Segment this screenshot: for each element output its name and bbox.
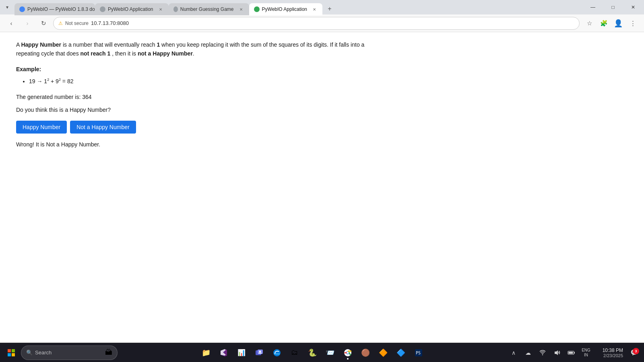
svg-point-11 bbox=[347, 352, 349, 354]
question-text: Do you think this is a Happy Number? bbox=[16, 105, 378, 114]
svg-text:PS: PS bbox=[416, 351, 421, 355]
volume-icon bbox=[554, 350, 560, 356]
profile-button[interactable]: 👤 bbox=[612, 17, 625, 30]
window-controls: — □ ✕ bbox=[584, 1, 642, 14]
browser-tab-3[interactable]: Number Guessing Game ✕ bbox=[169, 3, 249, 15]
tray-language[interactable]: ENG IN bbox=[580, 348, 592, 358]
tab-label-3: Number Guessing Game bbox=[180, 6, 234, 12]
url-display: 10.7.13.70:8080 bbox=[91, 20, 574, 26]
taskbar-search[interactable]: 🔍 Search 🏔 bbox=[21, 346, 118, 360]
language-label: ENG bbox=[582, 348, 590, 353]
tray-cloud[interactable]: ☁ bbox=[522, 346, 535, 359]
taskbar-icon-app-blue2[interactable]: 🔷 bbox=[393, 345, 409, 361]
taskbar: 🔍 Search 🏔 📁 📊 bbox=[0, 343, 644, 362]
def-term: Happy Number bbox=[21, 41, 61, 48]
tab-favicon-4 bbox=[254, 6, 260, 12]
taskbar-icon-files2[interactable]: 🗂 bbox=[287, 345, 303, 361]
tab-favicon-1 bbox=[19, 6, 25, 12]
taskbar-icon-vs[interactable] bbox=[216, 345, 232, 361]
bookmark-button[interactable]: ☆ bbox=[583, 17, 596, 30]
tray-chevron[interactable]: ∧ bbox=[507, 346, 520, 359]
svg-rect-17 bbox=[569, 352, 573, 354]
clock-time: 10:38 PM bbox=[603, 348, 623, 353]
system-clock[interactable]: 10:38 PM 2/23/2025 bbox=[594, 348, 626, 358]
menu-button[interactable]: ⋮ bbox=[626, 17, 639, 30]
vs-icon bbox=[220, 349, 228, 357]
svg-point-8 bbox=[273, 349, 281, 356]
start-button[interactable] bbox=[3, 345, 19, 361]
taskbar-center: 📁 📊 bbox=[119, 345, 506, 361]
minimize-button[interactable]: — bbox=[584, 1, 602, 14]
definition-paragraph: A Happy Number is a number that will eve… bbox=[16, 40, 378, 58]
generated-number-text: The generated number is: 364 bbox=[16, 93, 378, 101]
browser-tab-4[interactable]: PyWebIO Application ✕ bbox=[249, 3, 323, 15]
maximize-button[interactable]: □ bbox=[604, 1, 622, 14]
security-warning-icon: ⚠ bbox=[58, 21, 63, 26]
nav-bar: ‹ › ↻ ⚠ Not secure 10.7.13.70:8080 ☆ 🧩 👤… bbox=[0, 14, 644, 32]
taskbar-icon-outlook-ext[interactable]: 📨 bbox=[322, 345, 338, 361]
taskbar-icon-app-brown[interactable]: 🟤 bbox=[357, 345, 374, 361]
taskbar-icon-chrome[interactable] bbox=[340, 345, 356, 361]
taskbar-right: ∧ ☁ bbox=[507, 346, 641, 359]
example-heading: Example: bbox=[16, 65, 378, 74]
example-item: 19 → 12 + 92 = 82 bbox=[29, 77, 378, 86]
tray-wifi[interactable] bbox=[536, 346, 549, 359]
notification-badge: 3 bbox=[633, 348, 639, 354]
tab-close-2[interactable]: ✕ bbox=[157, 6, 164, 12]
battery-icon bbox=[568, 350, 576, 355]
tab-label-2: PyWebIO Application bbox=[108, 6, 153, 12]
new-tab-button[interactable]: + bbox=[324, 3, 335, 14]
search-icon: 🔍 bbox=[26, 350, 33, 356]
title-bar: ▾ PyWebIO — PyWebIO 1.8.3 do... ✕ PyWebI… bbox=[0, 0, 644, 14]
browser-tab-2[interactable]: PyWebIO Application ✕ bbox=[95, 3, 169, 15]
tab-favicon-2 bbox=[100, 6, 105, 12]
taskbar-icon-python-ext[interactable]: 🐍 bbox=[304, 345, 320, 361]
nav-actions: ☆ 🧩 👤 ⋮ bbox=[583, 17, 639, 30]
def-not-happy: not a Happy Number bbox=[138, 50, 193, 57]
copilot-icon: 🏔 bbox=[105, 348, 112, 357]
extensions-button[interactable]: 🧩 bbox=[597, 17, 610, 30]
notification-center[interactable]: 💬 3 bbox=[628, 346, 641, 359]
not-happy-number-button[interactable]: Not a Happy Number bbox=[70, 121, 136, 134]
tray-volume[interactable] bbox=[551, 346, 564, 359]
svg-rect-18 bbox=[574, 352, 575, 354]
address-bar[interactable]: ⚠ Not secure 10.7.13.70:8080 bbox=[53, 17, 580, 30]
tray-battery[interactable] bbox=[565, 346, 578, 359]
taskbar-icon-fileexplorer[interactable]: 📁 bbox=[198, 345, 214, 361]
tab-label-1: PyWebIO — PyWebIO 1.8.3 do... bbox=[27, 6, 95, 12]
def-not-reach: not reach 1 bbox=[80, 50, 111, 57]
taskbar-icon-teams[interactable] bbox=[251, 345, 267, 361]
def-period: . bbox=[193, 50, 194, 57]
browser-tab-1[interactable]: PyWebIO — PyWebIO 1.8.3 do... ✕ bbox=[14, 3, 95, 15]
taskbar-icon-vscode-ext[interactable]: 📊 bbox=[233, 345, 250, 361]
svg-point-6 bbox=[259, 350, 261, 352]
back-button[interactable]: ‹ bbox=[5, 17, 18, 30]
tab-close-3[interactable]: ✕ bbox=[238, 6, 244, 12]
wifi-icon bbox=[539, 350, 546, 356]
happy-number-button[interactable]: Happy Number bbox=[16, 121, 67, 134]
forward-button[interactable]: › bbox=[21, 17, 34, 30]
browser-window: ▾ PyWebIO — PyWebIO 1.8.3 do... ✕ PyWebI… bbox=[0, 0, 644, 362]
taskbar-icon-app-orange[interactable]: 🔶 bbox=[375, 345, 391, 361]
teams-icon bbox=[255, 349, 263, 357]
tab-strip: PyWebIO — PyWebIO 1.8.3 do... ✕ PyWebIO … bbox=[14, 0, 580, 14]
svg-rect-2 bbox=[8, 353, 11, 356]
edge-icon bbox=[273, 349, 281, 357]
content-body: A Happy Number is a number that will eve… bbox=[16, 40, 378, 149]
region-label: IN bbox=[584, 353, 588, 358]
taskbar-icon-edge[interactable] bbox=[269, 345, 285, 361]
svg-rect-1 bbox=[12, 349, 15, 352]
taskbar-icon-powershell[interactable]: PS bbox=[411, 345, 427, 361]
tab-label-4: PyWebIO Application bbox=[262, 6, 308, 12]
tab-dropdown-btn[interactable]: ▾ bbox=[2, 2, 13, 13]
reload-button[interactable]: ↻ bbox=[37, 17, 50, 30]
svg-rect-3 bbox=[12, 353, 15, 356]
tab-close-4[interactable]: ✕ bbox=[311, 6, 318, 12]
close-button[interactable]: ✕ bbox=[624, 1, 642, 14]
search-label: Search bbox=[35, 350, 52, 356]
svg-point-14 bbox=[542, 354, 543, 355]
powershell-icon: PS bbox=[415, 349, 423, 357]
svg-marker-15 bbox=[555, 350, 558, 355]
answer-buttons: Happy Number Not a Happy Number bbox=[16, 121, 378, 134]
def-middle: is a number that will eventually reach bbox=[61, 41, 157, 48]
